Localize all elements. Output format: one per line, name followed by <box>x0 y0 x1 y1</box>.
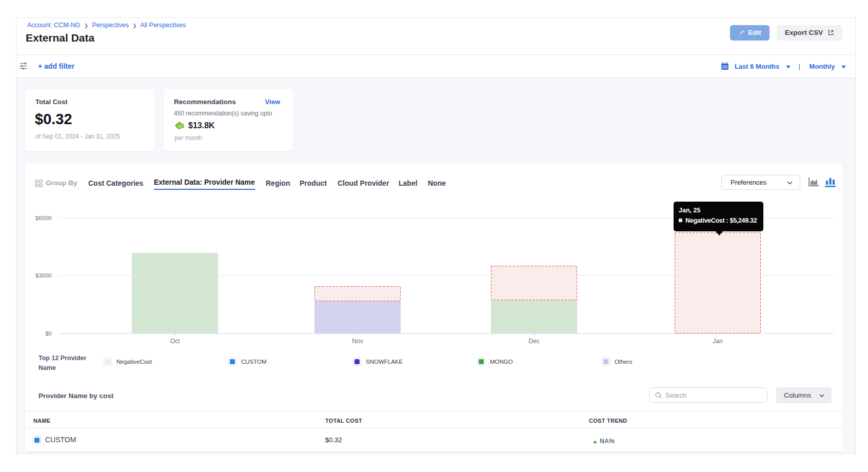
svg-text:$0: $0 <box>45 330 52 337</box>
svg-text:$3000: $3000 <box>35 272 52 279</box>
svg-text:$6000: $6000 <box>35 215 52 221</box>
